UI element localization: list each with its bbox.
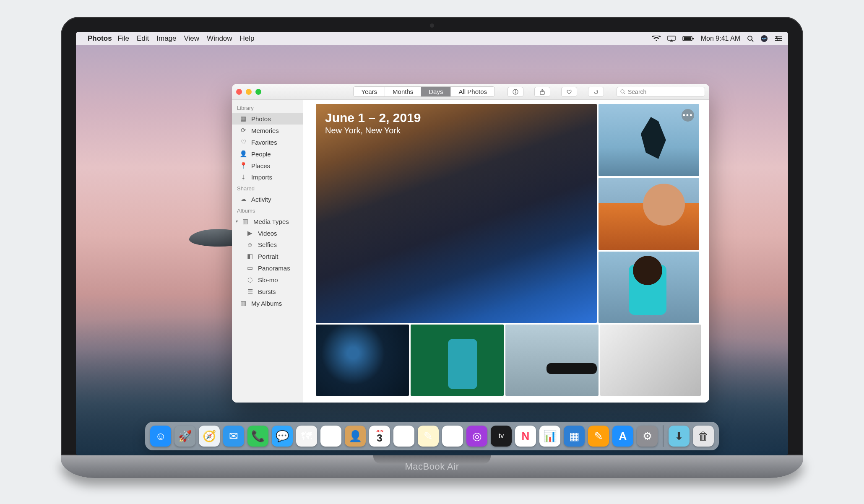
photo-thumbnail[interactable] — [600, 325, 701, 396]
photo-thumbnail[interactable] — [599, 252, 699, 323]
dock-app-facetime[interactable]: 📞 — [247, 426, 268, 447]
dock-app-reminders[interactable]: ☰ — [393, 426, 414, 447]
photos-window: Years Months Days All Photos — [232, 84, 709, 403]
sidebar-item-label: Panoramas — [258, 265, 290, 272]
favorite-button[interactable] — [561, 87, 577, 97]
sidebar-item-memories[interactable]: ⟳Memories — [232, 125, 303, 136]
sidebar-item-label: Photos — [251, 115, 271, 122]
sidebar-item-slomo[interactable]: ◌Slo-mo — [232, 274, 303, 286]
dock-app-messages[interactable]: 💬 — [272, 426, 293, 447]
minimize-button[interactable] — [246, 89, 252, 95]
sidebar-item-videos[interactable]: ▶Videos — [232, 227, 303, 239]
segment-all-photos[interactable]: All Photos — [451, 87, 494, 96]
sidebar-item-places[interactable]: 📍Places — [232, 160, 303, 171]
cube-icon: ◧ — [246, 252, 254, 260]
menu-file[interactable]: File — [118, 34, 129, 43]
sidebar-item-my-albums[interactable]: ▥My Albums — [232, 297, 303, 309]
sidebar: Library ▦Photos ⟳Memories ♡Favorites 👤Pe… — [232, 100, 303, 403]
sidebar-section-shared: Shared — [232, 183, 303, 193]
dock-app-pages[interactable]: ✎ — [588, 426, 609, 447]
menubar-app-name[interactable]: Photos — [88, 34, 112, 43]
dock-app-settings[interactable]: ⚙ — [637, 426, 658, 447]
wifi-icon[interactable] — [652, 36, 661, 42]
dock-app-maps[interactable]: 🗺 — [296, 426, 317, 447]
svg-point-11 — [779, 38, 781, 39]
menu-image[interactable]: Image — [156, 34, 176, 43]
rotate-button[interactable] — [588, 87, 604, 97]
search-field[interactable] — [617, 87, 705, 97]
dock-app-news[interactable]: N — [515, 426, 536, 447]
camera-dot — [430, 23, 434, 28]
burst-icon: ☰ — [246, 288, 254, 295]
menu-window[interactable]: Window — [207, 34, 232, 43]
hero-photo[interactable]: June 1 – 2, 2019 New York, New York — [316, 104, 597, 323]
svg-point-14 — [515, 90, 516, 91]
svg-point-17 — [621, 90, 624, 93]
photos-icon: ▦ — [239, 115, 247, 122]
sidebar-section-library: Library — [232, 102, 303, 113]
dock-app-numbers[interactable]: 📊 — [539, 426, 560, 447]
screen-bezel: Photos File Edit Image View Window Help … — [61, 17, 803, 455]
dock-app-music[interactable]: ♪ — [442, 426, 463, 447]
dock-app-keynote[interactable]: ▦ — [564, 426, 585, 447]
airplay-icon[interactable] — [667, 36, 676, 42]
dock-app-calendar[interactable]: JUN3 — [369, 426, 390, 447]
svg-rect-15 — [515, 91, 515, 94]
disclosure-triangle-icon[interactable]: ▸ — [235, 221, 239, 223]
memories-icon: ⟳ — [239, 127, 247, 134]
photo-thumbnail[interactable] — [316, 325, 409, 396]
photo-thumbnail[interactable] — [505, 325, 599, 396]
sidebar-item-imports[interactable]: ⭳Imports — [232, 171, 303, 183]
dock-app-notes[interactable]: ✎ — [418, 426, 439, 447]
menubar-clock[interactable]: Mon 9:41 AM — [701, 35, 740, 42]
dock-app-photos[interactable]: ✿ — [320, 426, 341, 447]
dock-app-finder[interactable]: ☺ — [150, 426, 171, 447]
sidebar-item-activity[interactable]: ☁Activity — [232, 193, 303, 205]
more-button[interactable]: ••• — [682, 109, 694, 122]
traffic-lights — [236, 89, 261, 95]
dock-app-tv[interactable]: tv — [491, 426, 512, 447]
photo-thumbnail[interactable]: ••• — [599, 104, 699, 176]
share-button[interactable] — [534, 87, 550, 97]
menu-view[interactable]: View — [184, 34, 200, 43]
sidebar-item-label: Memories — [251, 127, 279, 134]
sidebar-item-label: Slo-mo — [258, 276, 278, 283]
sidebar-item-bursts[interactable]: ☰Bursts — [232, 286, 303, 297]
sidebar-item-favorites[interactable]: ♡Favorites — [232, 136, 303, 148]
dock-app-appstore[interactable]: A — [612, 426, 633, 447]
sidebar-item-portrait[interactable]: ◧Portrait — [232, 250, 303, 262]
photo-thumbnail[interactable] — [599, 178, 699, 250]
dock-app-contacts[interactable]: 👤 — [345, 426, 366, 447]
dock-downloads[interactable]: ⬇ — [669, 426, 690, 447]
control-center-icon[interactable] — [775, 36, 782, 42]
svg-rect-3 — [692, 38, 694, 39]
device-brand-label: MacBook Air — [405, 461, 459, 472]
dock-app-podcasts[interactable]: ◎ — [466, 426, 487, 447]
svg-point-12 — [777, 39, 778, 41]
sidebar-item-label: People — [251, 151, 271, 158]
sidebar-item-photos[interactable]: ▦Photos — [232, 113, 303, 125]
dock-trash[interactable]: 🗑 — [693, 426, 714, 447]
sidebar-item-label: Selfies — [258, 241, 277, 248]
segment-years[interactable]: Years — [354, 87, 385, 96]
close-button[interactable] — [236, 89, 242, 95]
siri-icon[interactable] — [760, 35, 768, 42]
svg-rect-2 — [684, 37, 691, 40]
info-button[interactable] — [507, 87, 523, 97]
dock-app-mail[interactable]: ✉ — [223, 426, 244, 447]
menu-help[interactable]: Help — [240, 34, 255, 43]
search-input[interactable] — [628, 88, 701, 95]
sidebar-item-media-types[interactable]: ▸▥Media Types — [232, 216, 303, 227]
menu-edit[interactable]: Edit — [137, 34, 149, 43]
fullscreen-button[interactable] — [255, 89, 261, 95]
dock-app-launchpad[interactable]: 🚀 — [174, 426, 195, 447]
sidebar-item-people[interactable]: 👤People — [232, 148, 303, 160]
sidebar-item-panoramas[interactable]: ▭Panoramas — [232, 262, 303, 274]
dock-app-safari[interactable]: 🧭 — [199, 426, 220, 447]
segment-days[interactable]: Days — [421, 87, 451, 96]
spotlight-icon[interactable] — [747, 35, 754, 42]
sidebar-item-selfies[interactable]: ☺Selfies — [232, 239, 303, 250]
segment-months[interactable]: Months — [385, 87, 421, 96]
photo-thumbnail[interactable] — [411, 325, 504, 396]
battery-icon[interactable] — [682, 36, 694, 42]
